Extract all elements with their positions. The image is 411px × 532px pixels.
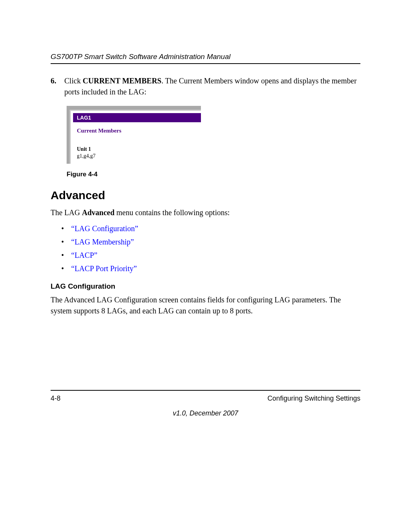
figure-box: LAG1 Current Members Unit 1 g1,g4,g7 <box>70 110 201 164</box>
figure-titlebar: LAG1 <box>73 113 201 122</box>
footer-version: v1.0, December 2007 <box>51 409 360 417</box>
footer-rule <box>51 390 360 391</box>
xref-lag-configuration[interactable]: “LAG Configuration” <box>71 224 138 233</box>
list-item: “LACP” <box>61 249 360 261</box>
footer-page-number: 4-8 <box>51 395 61 403</box>
figure-ports: g1,g4,g7 <box>71 152 201 160</box>
options-list: “LAG Configuration” “LAG Membership” “LA… <box>61 223 360 275</box>
footer-chapter-title: Configuring Switching Settings <box>268 395 360 403</box>
list-item: “LACP Port Priority” <box>61 263 360 275</box>
intro-bold: Advanced <box>82 208 115 217</box>
numbered-step: 6. Click CURRENT MEMBERS. The Current Me… <box>51 75 360 97</box>
running-header: GS700TP Smart Switch Software Administra… <box>51 53 360 64</box>
subsection-heading-lag-configuration: LAG Configuration <box>51 282 360 291</box>
list-item: “LAG Configuration” <box>61 223 360 235</box>
section-intro: The LAG Advanced menu contains the follo… <box>51 207 360 218</box>
step-number: 6. <box>51 75 61 97</box>
intro-prefix: The LAG <box>51 208 82 217</box>
step-text-prefix: Click <box>64 77 83 85</box>
xref-lag-membership[interactable]: “LAG Membership” <box>71 238 134 246</box>
section-heading-advanced: Advanced <box>51 189 360 202</box>
figure-wrapper: LAG1 Current Members Unit 1 g1,g4,g7 <box>67 106 360 164</box>
figure-unit-label: Unit 1 <box>71 142 201 152</box>
subsection-body: The Advanced LAG Configuration screen co… <box>51 294 360 316</box>
step-text: Click CURRENT MEMBERS. The Current Membe… <box>64 75 360 97</box>
page-content: GS700TP Smart Switch Software Administra… <box>51 53 360 321</box>
figure-caption: Figure 4-4 <box>67 171 360 178</box>
figure-shadow: LAG1 Current Members Unit 1 g1,g4,g7 <box>67 106 201 164</box>
intro-suffix: menu contains the following options: <box>115 208 230 217</box>
step-bold-term: CURRENT MEMBERS <box>83 77 161 85</box>
list-item: “LAG Membership” <box>61 236 360 248</box>
xref-lacp-port-priority[interactable]: “LACP Port Priority” <box>71 264 137 273</box>
figure-subhead: Current Members <box>71 122 201 142</box>
page-footer: 4-8 Configuring Switching Settings v1.0,… <box>51 390 360 417</box>
footer-row: 4-8 Configuring Switching Settings <box>51 395 360 403</box>
xref-lacp[interactable]: “LACP” <box>71 251 97 259</box>
